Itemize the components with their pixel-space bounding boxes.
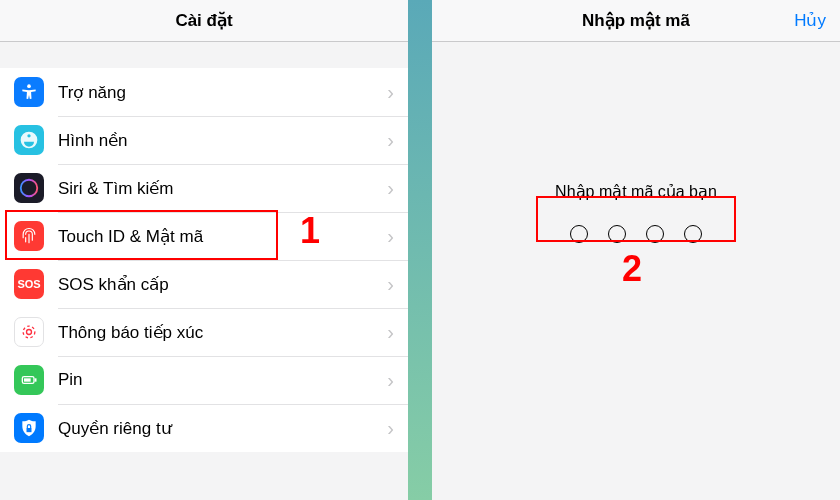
- row-label: Siri & Tìm kiếm: [58, 178, 387, 199]
- passcode-title: Nhập mật mã: [582, 10, 690, 31]
- row-label: SOS khẩn cấp: [58, 274, 387, 295]
- svg-point-0: [27, 84, 31, 88]
- row-privacy[interactable]: Quyền riêng tư ›: [0, 404, 408, 452]
- passcode-area: Nhập mật mã của bạn: [432, 182, 840, 243]
- wallpaper-icon: [14, 125, 44, 155]
- accessibility-icon: [14, 77, 44, 107]
- row-touchid[interactable]: Touch ID & Mật mã ›: [0, 212, 408, 260]
- chevron-right-icon: ›: [387, 417, 408, 440]
- chevron-right-icon: ›: [387, 225, 408, 248]
- chevron-right-icon: ›: [387, 321, 408, 344]
- siri-icon: [14, 173, 44, 203]
- passcode-dots[interactable]: [570, 225, 702, 243]
- row-label: Trợ năng: [58, 82, 387, 103]
- svg-rect-6: [24, 378, 31, 381]
- privacy-icon: [14, 413, 44, 443]
- exposure-icon: [14, 317, 44, 347]
- row-accessibility[interactable]: Trợ năng ›: [0, 68, 408, 116]
- passcode-prompt: Nhập mật mã của bạn: [555, 182, 717, 201]
- row-exposure[interactable]: Thông báo tiếp xúc ›: [0, 308, 408, 356]
- chevron-right-icon: ›: [387, 81, 408, 104]
- svg-point-2: [27, 330, 32, 335]
- chevron-right-icon: ›: [387, 369, 408, 392]
- annotation-step-1: 1: [300, 210, 320, 252]
- row-label: Thông báo tiếp xúc: [58, 322, 387, 343]
- passcode-header: Nhập mật mã Hủy: [432, 0, 840, 42]
- row-label: Pin: [58, 370, 387, 390]
- settings-panel: Cài đặt Trợ năng › Hình nền › Siri & Tìm…: [0, 0, 408, 500]
- chevron-right-icon: ›: [387, 129, 408, 152]
- cancel-button[interactable]: Hủy: [794, 10, 826, 31]
- passcode-dot: [570, 225, 588, 243]
- row-label: Hình nền: [58, 130, 387, 151]
- row-label: Quyền riêng tư: [58, 418, 387, 439]
- settings-header: Cài đặt: [0, 0, 408, 42]
- annotation-step-2: 2: [622, 248, 642, 290]
- passcode-dot: [684, 225, 702, 243]
- sos-icon: SOS: [14, 269, 44, 299]
- sos-text: SOS: [17, 278, 40, 290]
- chevron-right-icon: ›: [387, 273, 408, 296]
- settings-list: Trợ năng › Hình nền › Siri & Tìm kiếm › …: [0, 68, 408, 452]
- row-label: Touch ID & Mật mã: [58, 226, 387, 247]
- passcode-dot: [608, 225, 626, 243]
- battery-icon: [14, 365, 44, 395]
- chevron-right-icon: ›: [387, 177, 408, 200]
- touchid-icon: [14, 221, 44, 251]
- svg-rect-5: [35, 378, 37, 381]
- passcode-dot: [646, 225, 664, 243]
- passcode-panel: Nhập mật mã Hủy Nhập mật mã của bạn 2: [432, 0, 840, 500]
- row-battery[interactable]: Pin ›: [0, 356, 408, 404]
- row-sos[interactable]: SOS SOS khẩn cấp ›: [0, 260, 408, 308]
- row-wallpaper[interactable]: Hình nền ›: [0, 116, 408, 164]
- svg-point-3: [23, 326, 35, 338]
- row-siri[interactable]: Siri & Tìm kiếm ›: [0, 164, 408, 212]
- settings-title: Cài đặt: [175, 10, 232, 31]
- svg-point-1: [21, 180, 38, 197]
